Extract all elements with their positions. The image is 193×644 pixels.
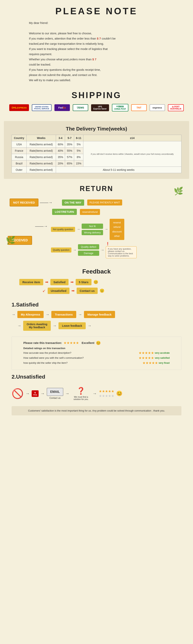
email-box: EMAIL [47, 388, 63, 396]
question-icon: ❓ [77, 387, 85, 395]
col-country: Country [12, 135, 27, 141]
damage-box: Damage [78, 250, 99, 256]
usps-logo: UNITED STATESPOSTAL SERVICE [32, 104, 52, 111]
unsatisfied-bottom-text: Customers' satisfaction is the most impo… [12, 406, 181, 416]
unsatisfied-flow: 🚫 → N Stop → EMAIL Contact us → ❓ We mus… [12, 383, 181, 404]
delivery-table: Country Weeks 3-4 5-7 8-11 ≥14 USA Rate(… [12, 135, 181, 173]
quality-defect-box: Quality defect [78, 244, 99, 250]
arrow-red-icon4: ➡ [71, 288, 75, 293]
not-received-row2: LOST/RETURN resend/refund [44, 209, 185, 215]
greeting: My dear friend: [29, 20, 164, 26]
arrow-icon: → [93, 391, 97, 396]
fedex-logo: FedEx [54, 104, 70, 111]
detail-title: Detailed ratings on this transaction [23, 347, 170, 350]
orders-awaiting-button[interactable]: Orders AwaitingMy feedback [23, 321, 51, 331]
delivery-title: The Delivery Time(weeks) [12, 123, 181, 135]
five-stars-box: 5 Stars [76, 279, 91, 285]
arrow-icon: → [78, 312, 82, 317]
col-811: 8-11 [74, 135, 83, 141]
feedback-section: Feedback Receive item ➡ Satisfied ➡ 5 St… [0, 264, 193, 300]
arrow-red-icon: ➡ [45, 280, 49, 284]
table-row: USA Rate(Items arrived) 60% 35% 5% if yo… [12, 141, 181, 148]
feedback-row2: ↙ Unsatisfied ➡ Contact us 😟 [43, 288, 104, 294]
detail-text-3: very firast [159, 362, 170, 364]
stars-result: ★★★★★ ★★★★★ [99, 389, 114, 398]
unsatisfied-smiley-result: 😊 [116, 390, 122, 396]
quality-sub: Quality defect Damage [78, 244, 99, 256]
rate-section: Please rate this transaction: ★★★★★ Exce… [12, 336, 181, 370]
my-aliexpress-button[interactable]: My Aliexpress [17, 311, 44, 318]
col-57: 5-7 [65, 135, 74, 141]
find-solution-label: We must find a solution for you. [71, 396, 91, 400]
detail-result-1: ★★★★★ very accdrate [139, 351, 170, 355]
satisfied-heading: 1.Satisfied [12, 302, 181, 308]
feedback-title: Feedback [12, 268, 181, 275]
auspost-logo: ◎ POSTAUSTRALIA [168, 104, 184, 111]
contact-note: if you have any question, please contact… [106, 246, 137, 258]
exclamation-icon: ❗ [106, 242, 110, 246]
col-34: 3-4 [56, 135, 65, 141]
arrow-icon: ——→ [40, 200, 53, 205]
detail-stars-1: ★★★★★ [139, 351, 154, 355]
not-fit-box: Not fit [82, 224, 103, 229]
received-group: RECEIVED ——→ Not quality question → Not … [8, 219, 185, 258]
ems-logo: ▽EMS [73, 104, 88, 111]
options-box: resendrefunddiscountother [110, 219, 124, 240]
contact-us-label: Contact us [49, 397, 60, 400]
table-row: Outer Rate(Items arrived) About 5-11 wor… [12, 167, 181, 173]
ups-logo: UPSExpress Saver [91, 104, 109, 111]
leave-feedback-button[interactable]: Leave feedback [59, 322, 86, 329]
delivery-note: if you still don't receive items within … [83, 141, 181, 167]
not-quality-sub: Not fit Wrong delivery [82, 224, 103, 235]
detail-row-3: how quickly did the seller ship the item… [23, 361, 170, 365]
not-received-box: NOT RECEIVED [10, 198, 38, 206]
unsatisfied-section: 2.Unsatisfied 🚫 → N Stop → EMAIL Contact… [0, 372, 193, 420]
arrow-icon: → [26, 391, 30, 396]
on-the-way-box: ON THE WAY [62, 200, 84, 206]
not-received-group: NOT RECEIVED ——→ ON THE WAY PLEASE PATIE… [10, 198, 185, 215]
rating-smiley: 😊 [96, 340, 101, 345]
col-weeks: Weeks [27, 135, 56, 141]
feedback-row1: Receive item ➡ Satisfied ➡ 5 Stars 😊 [19, 279, 98, 285]
arrow-right-icon: → [12, 312, 16, 317]
please-wait-box: PLEASE PATIENTLY WAIT [87, 200, 122, 206]
not-quality-box: Not quality question [51, 227, 75, 232]
return-title: RETURN [8, 185, 185, 193]
detail-text-2: very satisfied [155, 356, 170, 359]
rate-prompt: Please rate this transaction: [23, 341, 62, 344]
leaf-decoration-left: 🌿 [6, 236, 16, 245]
arrow-icon: → [53, 324, 57, 328]
arrow-icon: → [41, 391, 45, 396]
arrow-icon: → [65, 391, 70, 396]
detail-text-1: very accdrate [155, 352, 170, 354]
please-note-section: PLEASE NOTE My dear friend: Welcome to o… [0, 0, 193, 86]
satisfied-box: Satisfied [50, 279, 69, 285]
arrow-icon: → [17, 324, 21, 328]
wrong-delivery-box: Wrong delivery [82, 230, 103, 235]
shipping-section: SHIPPING DHLEXPRESS UNITED STATESPOSTAL … [0, 86, 193, 121]
tnt-logo: TNT [131, 104, 147, 111]
stars-gold: ★★★★★ [99, 389, 114, 394]
arrow-icon: ——→ [35, 224, 48, 229]
arrow-red-icon3: ↙ [43, 288, 46, 293]
quality-branch: Quality question → Quality defect Damage… [51, 242, 137, 258]
not-received-row1: NOT RECEIVED ——→ ON THE WAY PLEASE PATIE… [10, 198, 185, 206]
satisfied-smiley: 😊 [93, 280, 98, 284]
rating-excellent: Excellent [82, 341, 94, 344]
rate-main-row: Please rate this transaction: ★★★★★ Exce… [23, 340, 170, 345]
stars-gray: ★★★★★ [99, 394, 114, 398]
col-14: ≥14 [83, 135, 181, 141]
please-note-title: PLEASE NOTE [8, 6, 185, 16]
please-note-text: My dear friend: Welcome to our store, pl… [29, 20, 164, 83]
unsatisfied-smiley: 😟 [100, 288, 104, 293]
transactions-button[interactable]: Transactions [51, 311, 76, 318]
not-quality-branch: Not quality question → Not fit Wrong del… [51, 219, 137, 240]
manage-feedback-button[interactable]: Manage feedback [84, 311, 115, 318]
detail-row-1: How accurate was the product description… [23, 351, 170, 355]
lost-return-box: LOST/RETURN [52, 209, 77, 215]
stop-sign-icon: N Stop [32, 390, 39, 397]
shipping-title: SHIPPING [8, 90, 185, 100]
leaf-decoration-right: 🌿 [174, 186, 183, 196]
receive-item-box: Receive item [19, 279, 43, 285]
dhl-logo: DHLEXPRESS [9, 104, 29, 111]
